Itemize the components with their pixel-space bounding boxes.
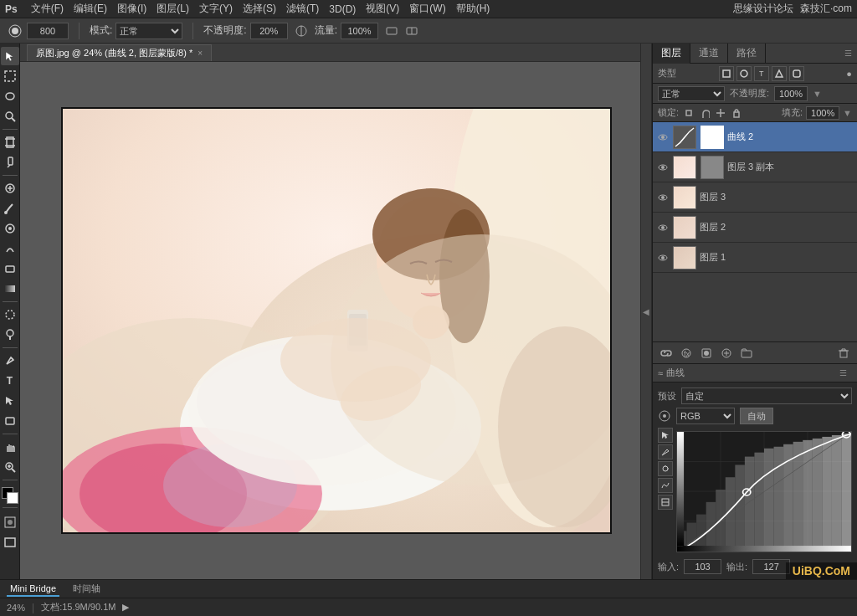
menu-edit[interactable]: 编辑(E) [74,2,107,16]
menu-filter[interactable]: 滤镜(T) [286,2,319,16]
menu-image[interactable]: 图像(I) [117,2,146,16]
fill-input[interactable] [806,106,839,120]
output-value[interactable] [752,559,790,574]
filter-smart-btn[interactable] [789,66,804,81]
layer-item-layer2[interactable]: 图层 2 [653,213,857,243]
curves-graph[interactable] [676,431,852,552]
filter-toggle[interactable]: ● [846,69,852,79]
curve-pointer-tool[interactable] [658,428,673,443]
mode-select[interactable]: 正常 [115,23,182,39]
layer-eye-layer2[interactable] [656,221,670,234]
auto-btn[interactable]: 自动 [740,408,773,424]
canvas-scroll[interactable] [20,62,652,579]
input-value[interactable] [684,559,721,574]
tab-close-btn[interactable]: × [198,49,203,58]
airbrush-icon[interactable] [295,24,308,38]
menu-file[interactable]: 文件(F) [31,2,64,16]
panel-menu-icon[interactable]: ☰ [844,49,852,58]
shape-tool[interactable] [1,412,19,430]
layer-item-layer3[interactable]: 图层 3 [653,182,857,213]
layer-eye-layer3[interactable] [656,191,670,204]
channel-select[interactable]: RGB [676,408,735,424]
crop-tool[interactable] [1,133,19,151]
layer-item-curves2[interactable]: 曲线 2 [653,122,857,152]
pen-tool[interactable] [1,352,19,370]
menu-layer[interactable]: 图层(L) [157,2,189,16]
clone-tool[interactable] [1,219,19,238]
quick-select-tool[interactable] [1,107,19,126]
zoom-tool[interactable] [1,458,19,476]
menu-view[interactable]: 视图(V) [366,2,399,16]
blur-tool[interactable] [1,305,19,324]
properties-menu-icon[interactable]: ☰ [839,368,847,377]
gradient-tool[interactable] [1,280,19,298]
filter-adj-btn[interactable] [736,66,752,81]
move-tool[interactable] [1,47,19,65]
opacity-arrow[interactable]: ▼ [813,89,822,99]
filter-text-btn[interactable]: T [754,66,769,81]
layer-item-layer1[interactable]: 图层 1 [653,243,857,273]
menu-help[interactable]: 帮助(H) [456,2,490,16]
screen-mode-btn[interactable] [1,533,19,552]
tab-layers[interactable]: 图层 [653,44,690,64]
lasso-tool[interactable] [1,87,19,105]
lock-all-btn[interactable] [730,106,743,120]
timeline-tab[interactable]: 时间轴 [69,581,104,597]
opacity-input[interactable] [250,23,288,39]
brush-tool[interactable] [1,199,19,218]
curve-sample-all-tool[interactable] [658,495,673,510]
layer-eye-layer1[interactable] [656,251,670,264]
output-label: 输出: [726,561,747,573]
delete-layer-btn[interactable] [835,346,852,361]
lock-position-btn[interactable] [714,106,727,120]
curve-point-tool-icon[interactable] [658,409,671,423]
lock-transparent-btn[interactable] [682,106,695,120]
blend-mode-select[interactable]: 正常 [658,86,725,101]
history-brush-tool[interactable] [1,239,19,258]
eyedropper-tool[interactable] [1,153,19,172]
fill-arrow[interactable]: ▼ [843,108,852,118]
opacity-input[interactable] [774,86,808,101]
spot-heal-tool[interactable] [1,179,19,198]
filter-pixel-btn[interactable] [719,66,734,81]
preset-select[interactable]: 自定 [681,388,852,404]
curve-smooth-tool[interactable] [658,478,673,493]
add-mask-btn[interactable] [698,346,715,361]
layer-eye-layer3copy[interactable] [656,161,670,174]
menu-3d[interactable]: 3D(D) [329,3,356,15]
menu-window[interactable]: 窗口(W) [409,2,445,16]
mini-bridge-tab[interactable]: Mini Bridge [7,582,59,597]
color-picker[interactable] [2,487,18,504]
text-tool[interactable]: T [1,372,19,390]
dodge-tool[interactable] [1,326,19,344]
quick-mask-btn[interactable] [1,513,19,531]
layer-item-layer3copy[interactable]: 图层 3 副本 [653,152,857,182]
layer-eye-curves2[interactable] [656,131,670,144]
link-layers-btn[interactable] [658,346,675,361]
background-color[interactable] [7,492,18,504]
eraser-tool[interactable] [1,259,19,278]
status-arrow-btn[interactable]: ▶ [122,602,129,613]
tablet-pressure-icon[interactable] [385,24,398,38]
filter-shape-btn[interactable] [772,66,787,81]
tab-paths[interactable]: 路径 [728,44,766,64]
menu-select[interactable]: 选择(S) [243,2,276,16]
hand-tool[interactable] [1,438,19,456]
tab-channels[interactable]: 通道 [690,44,728,64]
curve-sample-tool[interactable] [658,461,673,476]
add-style-btn[interactable]: fx [678,346,695,361]
menu-text[interactable]: 文字(Y) [199,2,233,16]
add-adjustment-btn[interactable] [718,346,735,361]
marquee-tool[interactable] [1,67,19,85]
properties-panel: ≈ 曲线 ☰ 预设 自定 RGB [653,363,857,579]
flow-input[interactable] [341,23,378,39]
document-tab[interactable]: 原图.jpg @ 24% (曲线 2, 图层蒙版/8) * × [27,44,212,61]
path-select-tool[interactable] [1,392,19,410]
panel-collapse-btn[interactable]: ◀ [640,44,652,579]
svg-point-73 [661,226,665,229]
flow-tablet-icon[interactable] [405,24,418,38]
brush-size-input[interactable] [27,23,69,39]
lock-image-btn[interactable] [698,106,711,120]
add-group-btn[interactable] [738,346,755,361]
curve-pencil-tool[interactable] [658,444,673,459]
